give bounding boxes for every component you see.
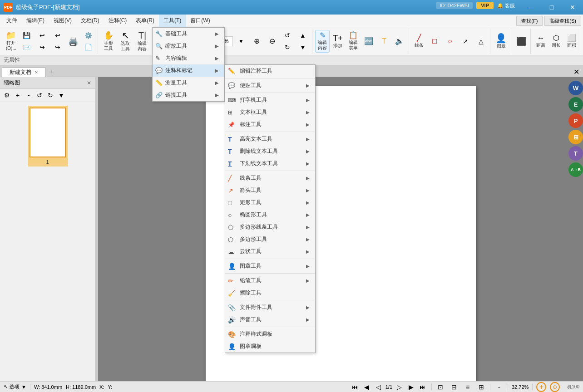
menu-file[interactable]: 文件 bbox=[2, 15, 22, 27]
menu-annotation[interactable]: 注释(C) bbox=[104, 15, 132, 27]
edit-content-main-button[interactable]: ✎ 编辑内容 bbox=[315, 30, 330, 53]
next-page2-button[interactable]: ▶ bbox=[406, 382, 416, 392]
tab-close-button[interactable]: × bbox=[35, 69, 38, 75]
advanced-find-button[interactable]: 高级查找(S) bbox=[544, 16, 581, 26]
edit-form-button[interactable]: 📋 编辑表单 bbox=[346, 30, 361, 53]
textbox-item[interactable]: ⊞ 文本框工具 ▶ bbox=[225, 106, 315, 118]
cloud-tool-item[interactable]: ☁ 云状工具 ▶ bbox=[225, 245, 315, 258]
typewriter-item[interactable]: ⌨ 打字机工具 ▶ bbox=[225, 94, 315, 106]
last-page-button[interactable]: ⏭ bbox=[418, 382, 428, 392]
close-button[interactable]: ✕ bbox=[562, 0, 583, 15]
print-button[interactable]: 🖨️ bbox=[66, 30, 80, 53]
continuous-button[interactable]: ≡ bbox=[463, 382, 473, 392]
menu-tools[interactable]: 工具(T) bbox=[159, 15, 186, 27]
dropdown-icon[interactable]: ▼ bbox=[234, 36, 248, 46]
excel-convert-button[interactable]: E bbox=[568, 97, 583, 112]
open-button[interactable]: 📁 打开(O)... bbox=[4, 30, 19, 53]
prev-page2-button[interactable]: ◁ bbox=[374, 382, 384, 392]
menu-document[interactable]: 文档(D) bbox=[76, 15, 104, 27]
rect-tool-item[interactable]: □ 矩形工具 ▶ bbox=[225, 196, 315, 209]
word-convert-button[interactable]: W bbox=[568, 81, 583, 95]
basic-tools-item[interactable]: 🔧 基础工具 ▶ bbox=[153, 28, 224, 40]
thumb-rotate-right-button[interactable]: ↻ bbox=[45, 90, 55, 100]
add-button[interactable]: T+ 添加 bbox=[331, 30, 345, 53]
pencil-tool-item[interactable]: ✏ 铅笔工具 ▶ bbox=[225, 274, 315, 287]
thumb-rotate-left-button[interactable]: ↺ bbox=[35, 90, 44, 100]
menu-view[interactable]: 视图(V) bbox=[49, 15, 76, 27]
rotate-right-button[interactable]: ↻ bbox=[280, 42, 295, 53]
view-mode-button[interactable]: ⊞ bbox=[476, 382, 486, 392]
stamp-panel-item[interactable]: 👤 图章调板 bbox=[225, 340, 315, 353]
email-button[interactable]: ✉️ bbox=[20, 42, 34, 53]
stamp-tool-item[interactable]: 👤 图章工具 ▶ bbox=[225, 260, 315, 272]
status-zoom-out-button[interactable]: - bbox=[494, 382, 504, 392]
image-convert-button[interactable]: ⊞ bbox=[568, 130, 583, 144]
audio-button[interactable]: 🔈 bbox=[392, 30, 407, 53]
content-edit-item[interactable]: ✎ 内容编辑 ▶ bbox=[153, 52, 224, 64]
erase-button[interactable]: ⬛ bbox=[514, 30, 529, 53]
text-highlight-button[interactable]: T bbox=[377, 30, 391, 53]
new-tab-button[interactable]: + bbox=[45, 67, 56, 77]
rect-button[interactable]: □ bbox=[427, 30, 442, 53]
minimize-button[interactable]: — bbox=[520, 0, 541, 15]
thumb-expand-button[interactable]: ▼ bbox=[56, 90, 66, 100]
line-button[interactable]: ╱ 线条 bbox=[412, 30, 426, 53]
settings-button[interactable]: ⚙️ bbox=[81, 30, 96, 41]
select-tool-button[interactable]: ↖ 选取工具 bbox=[118, 30, 133, 53]
edit-content-button[interactable]: T| 编辑内容 bbox=[134, 30, 150, 53]
thumbnail-close-button[interactable]: ✕ bbox=[87, 80, 91, 86]
measure-tools-item[interactable]: 📏 测量工具 ▶ bbox=[153, 77, 224, 89]
underline-item[interactable]: T 下划线文本工具 ▶ bbox=[225, 157, 315, 170]
undo-button[interactable]: ↩ bbox=[35, 30, 49, 41]
hand-tool-button[interactable]: ✋ 手形工具 bbox=[101, 30, 117, 53]
edit-annotation-item[interactable]: ✏️ 编辑注释工具 bbox=[225, 65, 315, 77]
thumb-settings-button[interactable]: ⚙ bbox=[2, 90, 12, 100]
eraser-tool-item[interactable]: 🧹 擦除工具 bbox=[225, 287, 315, 299]
redo-button[interactable]: ↪ bbox=[35, 42, 49, 53]
annotation-style-item[interactable]: 🎨 注释样式调板 bbox=[225, 328, 315, 340]
zoom-in-button[interactable]: ⊕ bbox=[249, 30, 264, 53]
text-edit-button[interactable]: 🔤 bbox=[361, 30, 376, 53]
thumb-zoom-in-button[interactable]: + bbox=[13, 90, 23, 100]
triangle-button[interactable]: △ bbox=[474, 30, 488, 53]
markup-item[interactable]: 📌 标注工具 ▶ bbox=[225, 118, 315, 131]
service-button[interactable]: 🔔 客服 bbox=[497, 2, 515, 9]
text-extract-button[interactable]: T bbox=[568, 146, 583, 161]
single-page-button[interactable]: ⊡ bbox=[435, 382, 445, 392]
scroll-up-button[interactable]: ▲ bbox=[296, 30, 310, 41]
sticky-note-item[interactable]: 💬 便贴工具 ▶ bbox=[225, 79, 315, 92]
document-tab[interactable]: 新建文档 × bbox=[2, 67, 45, 77]
next-page-button[interactable]: ▷ bbox=[394, 382, 404, 392]
menu-table[interactable]: 表单(R) bbox=[131, 15, 159, 27]
attachment-tool-item[interactable]: 📎 文件附件工具 ▶ bbox=[225, 301, 315, 314]
ellipse-tool-item[interactable]: ○ 椭圆形工具 ▶ bbox=[225, 209, 315, 221]
distance-button[interactable]: ↔ 距离 bbox=[534, 30, 548, 53]
first-page-button[interactable]: ⏮ bbox=[350, 382, 360, 392]
redo2-button[interactable]: ↪ bbox=[50, 42, 65, 53]
ellipse-button[interactable]: ○ bbox=[443, 30, 457, 53]
restore-button[interactable]: □ bbox=[541, 0, 562, 15]
sound-tool-item[interactable]: 🔊 声音工具 ▶ bbox=[225, 314, 315, 326]
arrow-button[interactable]: ↗ bbox=[458, 30, 473, 53]
tab-close-panel-button[interactable]: ✕ bbox=[571, 67, 581, 77]
perimeter-button[interactable]: ⬡ 周长 bbox=[549, 30, 563, 53]
double-page-button[interactable]: ⊟ bbox=[449, 382, 459, 392]
prev-page-button[interactable]: ◀ bbox=[362, 382, 372, 392]
thumbnail-page-1[interactable] bbox=[30, 108, 66, 157]
find-button[interactable]: 查找(F) bbox=[516, 16, 543, 26]
status-zoom-fit-button[interactable]: ⊙ bbox=[550, 382, 560, 392]
polygon-tool-item[interactable]: ⬡ 多边形工具 ▶ bbox=[225, 233, 315, 245]
arrow-tool-item[interactable]: ↗ 箭头工具 ▶ bbox=[225, 184, 315, 196]
zoom-out-button[interactable]: ⊖ bbox=[265, 30, 279, 53]
highlight-text-item[interactable]: T 高亮文本工具 ▶ bbox=[225, 133, 315, 145]
rotate-left-button[interactable]: ↺ bbox=[280, 30, 295, 41]
person-button[interactable]: 👤 图章 bbox=[493, 30, 509, 53]
area-button[interactable]: ⬜ 面积 bbox=[564, 30, 579, 53]
vip-badge[interactable]: VIP bbox=[476, 2, 494, 9]
status-zoom-in-button[interactable]: + bbox=[536, 382, 546, 392]
translate-button[interactable]: A→B bbox=[568, 162, 583, 177]
thumb-zoom-out-button[interactable]: - bbox=[24, 90, 34, 100]
strikethrough-item[interactable]: T 删除线文本工具 ▶ bbox=[225, 145, 315, 157]
zoom-tools-item[interactable]: 🔍 缩放工具 ▶ bbox=[153, 40, 224, 52]
page-settings-button[interactable]: 📄 bbox=[81, 42, 96, 53]
